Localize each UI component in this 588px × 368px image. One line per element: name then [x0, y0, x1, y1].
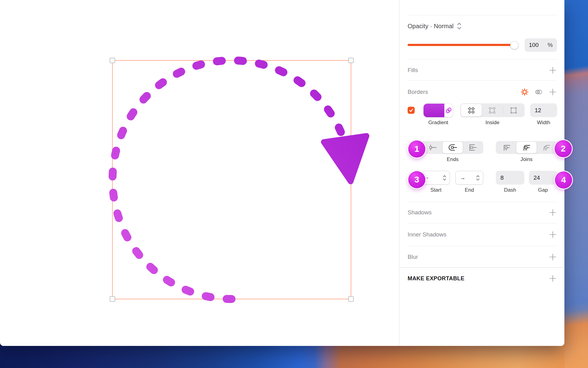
arrow-end-value: → [460, 174, 466, 181]
gradient-preview [424, 104, 444, 117]
gap-field[interactable]: 24 [529, 171, 557, 185]
chevron-up-down-icon[interactable] [457, 22, 462, 30]
miter-join-icon [502, 144, 511, 151]
dash-label: Dash [496, 187, 524, 193]
plus-icon [549, 66, 557, 74]
arrowhead-shape[interactable] [324, 136, 367, 182]
join-miter[interactable] [496, 142, 516, 153]
divider [408, 202, 557, 202]
join-bevel[interactable] [537, 142, 556, 153]
opacity-slider-track[interactable] [408, 44, 515, 46]
border-width-field[interactable]: 12 [530, 103, 557, 117]
join-round[interactable] [516, 142, 536, 153]
arrow-start-label: Start [422, 187, 450, 193]
checkmark-icon [409, 108, 414, 113]
border-settings-button[interactable] [520, 88, 529, 96]
bevel-join-icon [542, 144, 551, 151]
annotation-badge-2: 2 [555, 140, 572, 157]
borders-section-header: Borders [408, 85, 557, 99]
divider [399, 267, 565, 268]
opacity-slider-knob[interactable] [510, 41, 518, 49]
end-cap-projecting[interactable] [463, 142, 483, 153]
opacity-title: Opacity · Normal [408, 23, 454, 30]
canvas-artwork [0, 0, 399, 346]
border-position-center[interactable] [482, 104, 503, 117]
border-inside-icon [488, 106, 496, 115]
border-position-outside[interactable] [503, 104, 524, 117]
gap-label: Gap [529, 187, 557, 193]
opacity-unit: % [548, 42, 553, 48]
handle-top-left[interactable] [110, 58, 115, 63]
plus-icon [549, 253, 557, 261]
divider [408, 80, 557, 81]
arrow-end-label: End [455, 187, 483, 193]
shadows-label: Shadows [408, 209, 432, 216]
opacity-value-field[interactable]: 100 % [525, 38, 557, 52]
line-joins-control [496, 141, 557, 154]
app-window: Opacity · Normal 100 % Fills Borders [0, 0, 564, 346]
annotation-badge-1: 1 [408, 140, 425, 158]
line-ends-control [422, 141, 483, 154]
blend-circles-icon [534, 87, 543, 97]
border-center-icon [467, 106, 476, 115]
border-width-label: Width [530, 120, 557, 126]
border-fill-type-label: Gradient [424, 120, 453, 126]
projecting-cap-icon [467, 144, 478, 151]
color-variable-button[interactable] [444, 104, 453, 117]
dash-value: 8 [500, 174, 504, 181]
add-shadow-button[interactable] [548, 208, 557, 217]
arrow-start-value: - [426, 174, 428, 181]
border-outside-icon [509, 106, 518, 115]
border-width-value: 12 [535, 107, 541, 114]
divider [408, 15, 557, 15]
border-blend-button[interactable] [534, 88, 543, 96]
add-inner-shadow-button[interactable] [548, 230, 557, 239]
arrow-start-dropdown[interactable]: - [422, 171, 450, 185]
plus-icon [549, 274, 557, 282]
borders-label: Borders [408, 89, 428, 95]
add-fill-button[interactable] [548, 66, 557, 75]
dashed-circle-shape[interactable] [112, 60, 342, 299]
opacity-blend-control[interactable]: Opacity · Normal [408, 20, 462, 33]
round-cap-icon [447, 144, 458, 151]
handle-bottom-left[interactable] [110, 297, 115, 301]
border-color-swatch[interactable] [424, 104, 453, 117]
plus-icon [549, 88, 557, 96]
round-join-icon [522, 144, 531, 151]
chevron-up-down-icon [443, 174, 447, 182]
handle-top-right[interactable] [349, 58, 353, 63]
end-cap-round[interactable] [443, 142, 462, 153]
border-enabled-checkbox[interactable] [408, 107, 415, 114]
fills-label: Fills [408, 67, 418, 74]
arrow-end-dropdown[interactable]: → [455, 171, 483, 185]
inner-shadows-section-header: Inner Shadows [408, 228, 557, 241]
line-ends-label: Ends [422, 156, 483, 163]
chevron-up-down-icon [476, 174, 480, 182]
design-canvas[interactable] [0, 0, 399, 346]
shadows-section-header: Shadows [408, 206, 557, 219]
divider [408, 246, 557, 246]
blur-section-header: Blur [408, 250, 557, 264]
divider [408, 223, 557, 224]
fills-section-header: Fills [408, 63, 557, 77]
make-exportable-button[interactable] [548, 274, 557, 283]
border-position-inside[interactable] [461, 104, 482, 117]
annotation-badge-3: 3 [408, 171, 425, 188]
dash-field[interactable]: 8 [496, 171, 524, 185]
add-border-button[interactable] [548, 88, 557, 96]
divider [408, 59, 557, 60]
add-blur-button[interactable] [548, 253, 557, 261]
border-position-label: Inside [460, 120, 525, 126]
border-position-control [460, 103, 525, 117]
handle-bottom-right[interactable] [349, 297, 353, 301]
annotation-badge-4: 4 [555, 171, 572, 189]
inner-shadows-label: Inner Shadows [408, 231, 447, 238]
make-exportable-label: MAKE EXPORTABLE [408, 275, 465, 282]
line-joins-label: Joins [496, 156, 557, 163]
opacity-value: 100 [529, 42, 539, 48]
gap-value: 24 [533, 174, 540, 181]
make-exportable-section-header: MAKE EXPORTABLE [408, 272, 557, 285]
plus-icon [549, 231, 557, 239]
inspector-panel: Opacity · Normal 100 % Fills Borders [399, 0, 564, 346]
end-cap-butt[interactable] [423, 142, 443, 153]
